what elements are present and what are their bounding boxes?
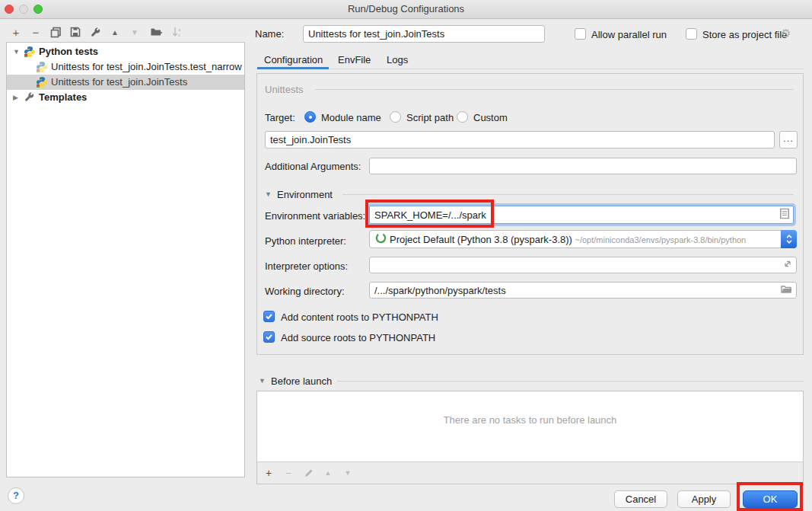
name-label: Name: — [255, 28, 284, 40]
new-folder-icon[interactable] — [149, 25, 163, 39]
radio-script-path-label: Script path — [406, 112, 454, 123]
edit-templates-wrench-icon[interactable] — [88, 25, 102, 39]
move-up-icon[interactable]: ▲ — [108, 25, 122, 39]
store-as-project-file-label: Store as project file — [702, 29, 787, 40]
additional-arguments-input[interactable] — [370, 158, 796, 174]
radio-custom-label: Custom — [473, 112, 508, 123]
svg-text:a: a — [178, 27, 181, 32]
environment-variables-label: Environment variables: — [265, 210, 365, 222]
tree-item-label: Python tests — [39, 44, 98, 59]
add-configuration-icon[interactable]: + — [9, 25, 23, 39]
radio-module-name-label: Module name — [321, 112, 381, 123]
target-input[interactable] — [266, 132, 774, 148]
before-launch-task-list: There are no tasks to run before launch … — [256, 391, 804, 484]
environment-collapse-icon[interactable]: ▼ — [265, 190, 272, 198]
combobox-stepper-icon[interactable] — [781, 230, 797, 248]
add-source-roots-checkbox[interactable] — [263, 331, 275, 343]
interpreter-path: ~/opt/miniconda3/envs/pyspark-3.8/bin/py… — [575, 235, 747, 244]
interpreter-options-label: Interpreter options: — [265, 260, 348, 272]
before-launch-title: Before launch — [271, 375, 332, 387]
collapse-icon[interactable]: ▼ — [13, 44, 22, 59]
add-content-roots-checkbox[interactable] — [263, 311, 275, 322]
python-test-icon — [36, 76, 48, 88]
tree-item-label: Unittests for test_join.JoinTests — [51, 75, 187, 90]
gear-icon[interactable]: ⚙ — [781, 27, 791, 40]
empty-task-list-message: There are no tasks to run before launch — [257, 414, 803, 426]
add-source-roots-label: Add source roots to PYTHONPATH — [281, 332, 435, 343]
tab-configuration[interactable]: Configuration — [264, 54, 323, 65]
expand-icon[interactable]: ▶ — [13, 90, 22, 105]
tab-envfile[interactable]: EnvFile — [338, 54, 371, 65]
window-title: Run/Debug Configurations — [0, 0, 812, 18]
active-tab-indicator — [257, 67, 329, 69]
section-divider — [342, 194, 794, 195]
remove-task-icon: − — [282, 466, 295, 480]
interpreter-name: Project Default (Python 3.8 (pyspark-3.8… — [390, 234, 572, 245]
sort-configurations-icon: az — [170, 25, 184, 39]
edit-variables-icon[interactable] — [780, 209, 789, 222]
tab-strip-divider — [256, 69, 804, 69]
add-content-roots-label: Add content roots to PYTHONPATH — [281, 311, 438, 323]
python-interpreter-combobox[interactable]: Project Default (Python 3.8 (pyspark-3.8… — [369, 230, 797, 248]
ok-button[interactable]: OK — [743, 490, 798, 508]
move-task-up-icon: ▲ — [321, 466, 335, 480]
remove-configuration-icon[interactable]: − — [29, 25, 43, 39]
tree-item-label: Templates — [39, 90, 87, 105]
working-directory-input[interactable] — [370, 283, 796, 298]
apply-button[interactable]: Apply — [677, 490, 731, 508]
run-debug-configurations-dialog: Run/Debug Configurations + − ▲ ▼ az ▼ Py… — [0, 0, 812, 511]
tab-logs[interactable]: Logs — [387, 54, 408, 65]
interpreter-options-input[interactable] — [370, 257, 796, 273]
configurations-tree: ▼ Python tests Unittests for test_join.J… — [6, 42, 245, 477]
store-as-project-file-checkbox[interactable] — [686, 28, 697, 40]
tree-item-label: Unittests for test_join.JoinTests.test_n… — [51, 59, 242, 75]
tree-item-templates[interactable]: ▶ Templates — [7, 90, 244, 105]
working-directory-field-wrap — [369, 282, 797, 299]
task-list-toolbar: + − ▲ ▼ — [257, 461, 803, 484]
additional-arguments-field-wrap — [369, 158, 797, 174]
tree-item-test-narrow[interactable]: Unittests for test_join.JoinTests.test_n… — [7, 59, 244, 75]
before-launch-collapse-icon[interactable]: ▼ — [259, 377, 266, 385]
target-label: Target: — [265, 112, 295, 123]
title-bar: Run/Debug Configurations — [0, 0, 812, 19]
python-interpreter-label: Python interpreter: — [265, 235, 346, 247]
help-button[interactable]: ? — [8, 487, 24, 504]
conda-environment-icon — [375, 232, 387, 246]
python-tests-icon — [24, 46, 36, 58]
unittests-section-title: Unittests — [265, 84, 304, 95]
python-test-icon — [36, 61, 48, 73]
allow-parallel-run-checkbox[interactable] — [575, 28, 586, 40]
name-field-wrap — [303, 25, 545, 43]
copy-configuration-icon[interactable] — [49, 25, 62, 39]
additional-arguments-label: Additional Arguments: — [265, 161, 361, 172]
cancel-button[interactable]: Cancel — [614, 490, 667, 508]
radio-custom[interactable] — [457, 111, 468, 123]
name-input[interactable] — [304, 26, 544, 42]
environment-variables-field-wrap — [369, 206, 794, 224]
save-configuration-icon[interactable] — [68, 25, 82, 39]
working-directory-label: Working directory: — [265, 286, 345, 297]
environment-section-title: Environment — [277, 189, 333, 200]
target-field-wrap — [265, 131, 775, 149]
templates-wrench-icon — [24, 91, 36, 104]
folder-icon[interactable] — [781, 285, 792, 296]
section-divider — [337, 381, 804, 382]
allow-parallel-run-label: Allow parallel run — [591, 29, 667, 40]
browse-target-button[interactable]: ... — [779, 131, 798, 149]
move-task-down-icon: ▼ — [341, 466, 355, 480]
svg-text:z: z — [178, 33, 180, 37]
radio-module-name[interactable] — [304, 111, 316, 123]
tree-item-jointests-selected[interactable]: Unittests for test_join.JoinTests — [7, 75, 244, 90]
interpreter-options-field-wrap — [369, 257, 797, 273]
move-down-icon: ▼ — [128, 25, 142, 39]
radio-script-path[interactable] — [390, 111, 401, 123]
section-divider — [315, 89, 794, 90]
environment-variables-input[interactable] — [370, 206, 793, 223]
tree-item-python-tests[interactable]: ▼ Python tests — [7, 44, 244, 59]
edit-task-icon — [301, 466, 315, 480]
expand-field-icon[interactable] — [783, 260, 792, 271]
add-task-icon[interactable]: + — [262, 466, 275, 480]
configuration-panel: Unittests Target: Module name Script pat… — [256, 73, 804, 355]
